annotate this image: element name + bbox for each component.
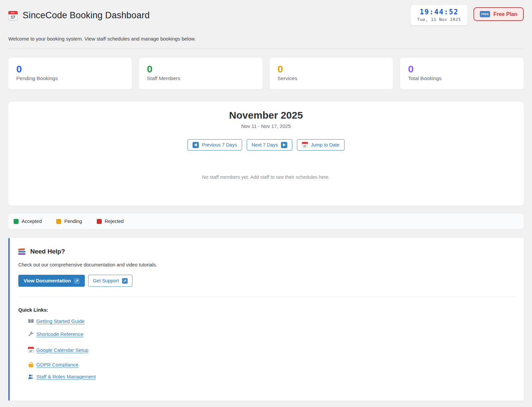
stat-card-pending-bookings: 0 Pending Bookings	[8, 58, 132, 89]
button-label: Get Support	[93, 278, 119, 283]
help-description: Check out our comprehensive documentatio…	[18, 262, 515, 267]
quick-links-title: Quick Links:	[18, 307, 515, 313]
list-item: Staff & Roles Management	[28, 374, 515, 380]
title-wrap: SinceCode Booking Dashboard	[8, 5, 150, 21]
list-item: GDPR Compliance	[28, 359, 515, 367]
legend-label: Accepted	[22, 219, 42, 224]
arrow-right-icon	[281, 142, 287, 148]
link-label: Google Calendar Setup	[36, 347, 88, 353]
calendar-panel: November 2025 Nov 11 - Nov 17, 2025 Prev…	[8, 102, 524, 205]
stat-label: Total Bookings	[408, 75, 516, 81]
open-book-icon	[28, 319, 34, 324]
wrench-icon	[28, 331, 34, 337]
link-label: Getting Started Guide	[36, 318, 84, 324]
help-buttons: View Documentation Get Support	[18, 275, 515, 287]
help-title-row: Need Help?	[18, 248, 515, 255]
status-legend: Accepted Pending Rejected	[8, 214, 524, 229]
legend-item-pending: Pending	[56, 219, 82, 224]
jump-to-date-button[interactable]: Jump to Date	[297, 139, 344, 151]
help-title: Need Help?	[30, 248, 65, 255]
books-icon	[18, 249, 26, 255]
stat-value: 0	[16, 63, 124, 74]
plan-label: Free Plan	[493, 11, 517, 17]
help-divider	[18, 297, 515, 297]
stats-row: 0 Pending Bookings 0 Staff Members 0 Ser…	[8, 58, 524, 89]
getting-started-guide-link[interactable]: Getting Started Guide	[28, 318, 84, 324]
button-label: Next 7 Days	[252, 142, 278, 148]
shortcode-reference-link[interactable]: Shortcode Reference	[28, 331, 83, 337]
stat-card-staff-members: 0 Staff Members	[139, 58, 263, 89]
stat-label: Pending Bookings	[16, 75, 124, 81]
list-item: Shortcode Reference	[28, 331, 515, 338]
get-support-button[interactable]: Get Support	[88, 275, 132, 287]
external-link-icon	[74, 278, 79, 284]
people-icon	[28, 374, 34, 379]
clock-date: Tue, 11 Nov 2025	[417, 17, 461, 22]
staff-roles-management-link[interactable]: Staff & Roles Management	[28, 374, 96, 379]
header-divider	[8, 48, 524, 49]
clock-widget: 19:44:52 Tue, 11 Nov 2025	[411, 5, 468, 25]
lock-icon	[28, 362, 34, 367]
gdpr-compliance-link[interactable]: GDPR Compliance	[28, 362, 78, 367]
empty-schedule-message: No staff members yet. Add staff to see t…	[15, 174, 517, 180]
calendar-icon	[302, 142, 308, 148]
accepted-swatch-icon	[14, 219, 19, 224]
stat-label: Staff Members	[147, 75, 255, 81]
previous-7-days-button[interactable]: Previous 7 Days	[188, 139, 242, 151]
google-calendar-setup-link[interactable]: Google Calendar Setup	[28, 347, 88, 353]
legend-item-accepted: Accepted	[14, 219, 42, 224]
external-link-icon	[122, 278, 128, 284]
header: SinceCode Booking Dashboard 19:44:52 Tue…	[8, 0, 524, 25]
dashboard-page: SinceCode Booking Dashboard 19:44:52 Tue…	[0, 0, 532, 401]
pending-swatch-icon	[56, 219, 61, 224]
button-label: View Documentation	[24, 278, 71, 283]
month-title: November 2025	[15, 110, 517, 121]
stat-value: 0	[147, 63, 255, 74]
clock-time: 19:44:52	[417, 8, 461, 16]
stat-label: Services	[278, 75, 385, 81]
date-range: Nov 11 - Nov 17, 2025	[15, 123, 517, 129]
list-item: Google Calendar Setup	[28, 344, 515, 353]
link-label: Shortcode Reference	[36, 331, 83, 337]
stat-value: 0	[408, 63, 516, 74]
legend-label: Pending	[64, 219, 82, 224]
page-title: SinceCode Booking Dashboard	[23, 10, 150, 21]
calendar-icon	[28, 347, 34, 353]
header-right: 19:44:52 Tue, 11 Nov 2025 FREE Free Plan	[411, 5, 524, 25]
rejected-swatch-icon	[97, 219, 102, 224]
stat-card-total-bookings: 0 Total Bookings	[400, 58, 524, 89]
free-chip-icon: FREE	[480, 11, 490, 17]
legend-label: Rejected	[105, 219, 124, 224]
list-item: Getting Started Guide	[28, 318, 515, 325]
stat-card-services: 0 Services	[270, 58, 393, 89]
link-label: GDPR Compliance	[36, 362, 78, 367]
arrow-left-icon	[193, 142, 199, 148]
free-plan-badge[interactable]: FREE Free Plan	[473, 7, 524, 21]
button-label: Jump to Date	[311, 142, 339, 148]
next-7-days-button[interactable]: Next 7 Days	[247, 139, 292, 151]
calendar-icon	[8, 11, 18, 20]
help-panel: Need Help? Check out our comprehensive d…	[8, 238, 524, 401]
quick-links-list: Getting Started Guide Shortcode Referenc…	[18, 318, 515, 380]
link-label: Staff & Roles Management	[36, 374, 96, 379]
stat-value: 0	[278, 63, 385, 74]
calendar-nav: Previous 7 Days Next 7 Days Jump to Date	[15, 139, 517, 151]
welcome-text: Welcome to your booking system. View sta…	[8, 36, 524, 42]
view-documentation-button[interactable]: View Documentation	[18, 275, 85, 287]
button-label: Previous 7 Days	[202, 142, 237, 148]
legend-item-rejected: Rejected	[97, 219, 124, 224]
